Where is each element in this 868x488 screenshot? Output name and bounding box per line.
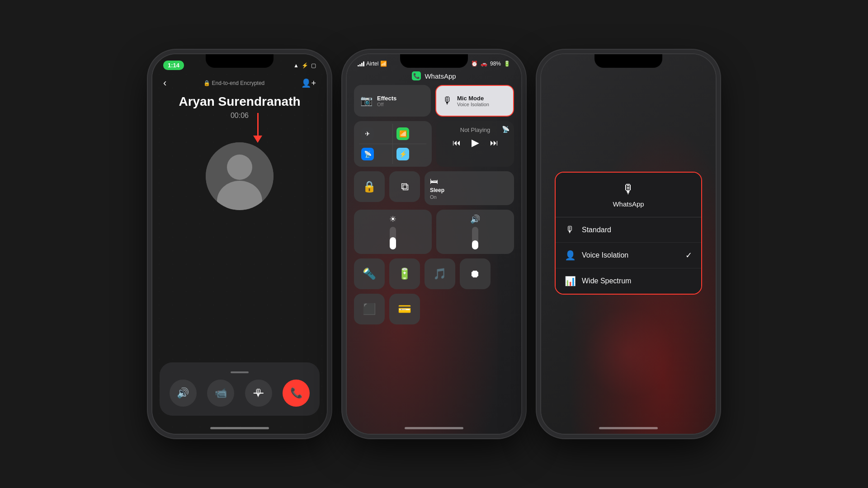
phone-1: 1:14 ▲ ⚡ ▢ ‹ 🔒 End-to-end Encrypted 👤+ A…	[151, 53, 328, 435]
play-button[interactable]: ▶	[472, 137, 479, 149]
standard-mic-icon: 🎙	[565, 225, 576, 235]
speaker-button[interactable]: 🔊	[170, 380, 197, 407]
encrypted-badge: 🔒 End-to-end Encrypted	[203, 80, 265, 86]
wallet-tile[interactable]: 💳	[389, 294, 420, 324]
encrypted-text: End-to-end Encrypted	[212, 80, 265, 86]
home-indicator-3	[599, 427, 658, 429]
lock-icon: 🔒	[203, 80, 210, 86]
sleep-sub: On	[430, 194, 509, 200]
effects-tile[interactable]: 📷 Effects Off	[354, 85, 431, 117]
status-time: 1:14	[163, 61, 184, 70]
wifi-icon-cc: 📡	[361, 148, 374, 160]
add-user-button[interactable]: 👤+	[301, 78, 316, 88]
car-icon: 🚗	[481, 61, 487, 67]
caller-avatar	[152, 142, 327, 210]
home-indicator-2	[405, 427, 463, 429]
phone-2: Airtel 📶 ⏰ 🚗 98% 🔋 📞 WhatsApp 📷 E	[346, 53, 522, 435]
call-duration: 00:06	[152, 112, 327, 120]
home-indicator	[210, 427, 269, 429]
volume-slider-tile[interactable]: 🔊	[436, 210, 514, 254]
airplay-button[interactable]: 📡	[502, 126, 509, 133]
mic-mode-label: Mic Mode	[457, 95, 489, 102]
whatsapp-icon-small: 📞	[412, 71, 421, 80]
mic-mode-text: Mic Mode Voice Isolation	[457, 95, 489, 107]
signal-bar-2	[359, 64, 361, 66]
screen-mirror-tile[interactable]: ⧉	[389, 171, 420, 202]
volume-icon: 🔊	[470, 214, 480, 224]
battery-widget-icon: 🔋	[398, 267, 411, 280]
brightness-fill	[390, 237, 396, 250]
signal-icon: ▲	[293, 62, 299, 69]
rewind-button[interactable]: ⏮	[453, 138, 461, 148]
sleep-tile[interactable]: 🛏 Sleep On	[425, 171, 514, 205]
rotation-lock-tile[interactable]: 🔒	[354, 171, 385, 202]
video-button[interactable]: 📹	[207, 380, 234, 407]
airplane-icon: ✈	[361, 127, 374, 140]
battery-tile[interactable]: 🔋	[389, 258, 420, 289]
wallet-icon: 💳	[398, 303, 411, 315]
call-controls-bar: 🔊 📹 🎙 📞	[160, 362, 320, 416]
effects-text: Effects Off	[377, 95, 396, 107]
qr-code-tile[interactable]: ⬛	[354, 294, 385, 324]
cc-status-left: Airtel 📶	[358, 61, 387, 67]
voice-isolation-checkmark: ✓	[685, 250, 692, 260]
phone-3: 🎙 WhatsApp 🎙 Standard 👤 Voice Isolation …	[540, 53, 717, 435]
mic-mode-menu: 🎙 WhatsApp 🎙 Standard 👤 Voice Isolation …	[555, 172, 702, 295]
wa-phone-icon: 📞	[413, 73, 420, 79]
cellular-btn[interactable]: 📶	[393, 124, 426, 144]
bluetooth-btn[interactable]: ⚡	[393, 144, 426, 164]
mic-menu-app-name: WhatsApp	[613, 200, 644, 208]
end-call-button[interactable]: 📞	[283, 380, 310, 407]
mic-option-voice-isolation[interactable]: 👤 Voice Isolation ✓	[556, 243, 701, 268]
wifi-btn[interactable]: 📡	[359, 144, 393, 164]
wifi-icon: ⚡	[302, 62, 308, 69]
clock-icon: ⏰	[471, 61, 478, 67]
phone1-screen: 1:14 ▲ ⚡ ▢ ‹ 🔒 End-to-end Encrypted 👤+ A…	[152, 54, 327, 434]
not-playing-text: Not Playing	[442, 127, 509, 133]
signal-bar-1	[358, 65, 359, 66]
video-icon: 📹	[215, 387, 227, 399]
airplane-mode-btn[interactable]: ✈	[359, 124, 393, 144]
flashlight-icon: 🔦	[363, 267, 376, 280]
mic-option-standard[interactable]: 🎙 Standard	[556, 217, 701, 243]
cc-app-header: 📞 WhatsApp	[347, 71, 521, 80]
media-controls: ⏮ ▶ ⏭	[442, 137, 509, 149]
mic-menu-icon: 🎙	[622, 182, 635, 197]
mic-option-wide-spectrum[interactable]: 📊 Wide Spectrum	[556, 268, 701, 294]
notch-1	[206, 54, 274, 68]
cc-app-name: WhatsApp	[425, 72, 456, 80]
mic-mode-tile[interactable]: 🎙 Mic Mode Voice Isolation	[435, 85, 514, 117]
flashlight-tile[interactable]: 🔦	[354, 258, 385, 289]
avatar-svg	[206, 142, 274, 210]
brightness-track	[390, 227, 396, 249]
cellular-icon: 📶	[396, 127, 409, 140]
avatar-circle	[206, 142, 274, 210]
mute-button[interactable]: 🎙	[245, 380, 272, 407]
voice-isolation-icon: 👤	[565, 250, 576, 261]
screen-record-tile[interactable]: ⏺	[460, 258, 491, 289]
sleep-icon: 🛏	[430, 177, 509, 186]
brightness-slider-tile[interactable]: ☀	[354, 210, 432, 254]
caller-name: Aryan Surendranath	[152, 94, 327, 109]
cc-status-right: ⏰ 🚗 98% 🔋	[471, 61, 510, 67]
brightness-icon: ☀	[389, 214, 396, 224]
notch-2	[400, 54, 468, 68]
media-player-tile: 📡 Not Playing ⏮ ▶ ⏭	[436, 121, 514, 167]
bluetooth-icon: ⚡	[396, 148, 409, 160]
phone2-screen: Airtel 📶 ⏰ 🚗 98% 🔋 📞 WhatsApp 📷 E	[347, 54, 521, 434]
wide-spectrum-label: Wide Spectrum	[582, 277, 631, 285]
battery-icon: ▢	[311, 62, 316, 69]
notch-3	[594, 54, 662, 68]
record-icon: ⏺	[470, 267, 481, 280]
fast-forward-button[interactable]: ⏭	[490, 138, 498, 148]
rotation-lock-icon: 🔒	[363, 180, 376, 193]
speaker-icon: 🔊	[177, 387, 189, 399]
battery-percent: 98%	[490, 61, 501, 67]
signal-bars	[358, 61, 364, 66]
annotation-arrow	[253, 113, 262, 143]
effects-label: Effects	[377, 95, 396, 102]
arrow-head	[253, 136, 262, 143]
back-button[interactable]: ‹	[163, 77, 166, 89]
shazam-tile[interactable]: 🎵	[425, 258, 455, 289]
volume-track	[472, 227, 478, 249]
